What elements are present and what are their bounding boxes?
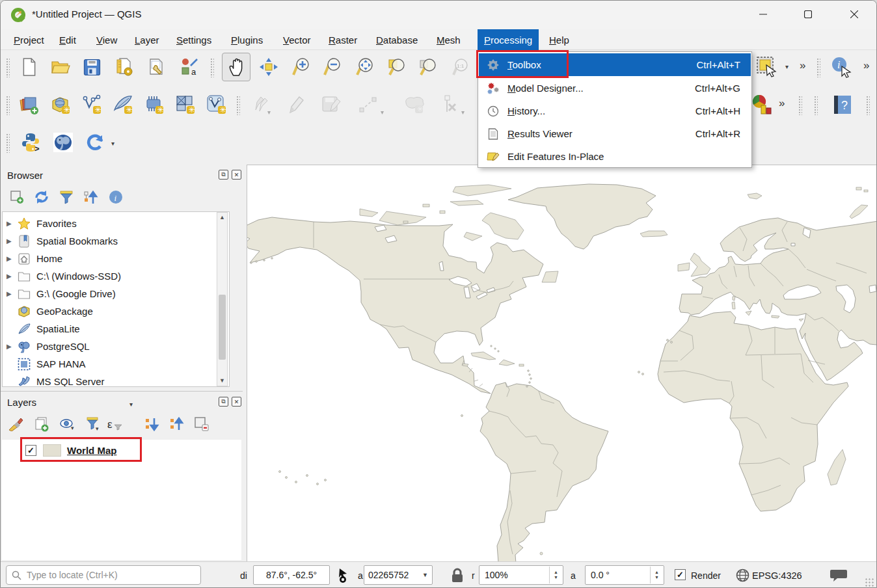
open-project-button[interactable] [46, 53, 75, 81]
layers-close-button[interactable]: ✕ [232, 397, 241, 407]
menu-item-results-viewer[interactable]: Results Viewer Ctrl+Alt+R [479, 122, 751, 145]
toolbar-overflow-chevron[interactable]: » [800, 59, 805, 72]
extents-toggle-icon[interactable] [334, 567, 350, 584]
rotation-spinbox[interactable]: 0.0 ° ▲▼ [585, 565, 664, 585]
browser-properties-button[interactable]: i [106, 188, 126, 206]
browser-float-button[interactable]: ⧉ [219, 170, 228, 180]
digitize-polygon-button[interactable]: ✳ [400, 90, 429, 119]
zoom-out-button[interactable] [318, 53, 347, 81]
browser-item-mssql[interactable]: MS SQL Server [3, 373, 229, 387]
vertex-tool-button[interactable]: ▾ [435, 90, 464, 119]
scrollbar-thumb[interactable] [219, 295, 226, 360]
browser-collapse-all-button[interactable] [81, 188, 101, 206]
layers-styling-button[interactable] [6, 415, 25, 433]
render-label[interactable]: Render [691, 570, 721, 581]
toolbar-grip[interactable] [210, 58, 214, 77]
menu-settings[interactable]: Settings [170, 29, 218, 50]
title-bar[interactable]: *Untitled Project — QGIS [1, 1, 876, 29]
minimize-button[interactable] [748, 1, 778, 28]
menu-layer[interactable]: Layer [128, 29, 166, 50]
close-button[interactable] [839, 1, 869, 28]
menu-raster[interactable]: Raster [322, 29, 364, 50]
new-geopackage-layer-button[interactable]: ✳ [46, 90, 75, 119]
refresh-dropdown-caret[interactable]: ▾ [111, 140, 115, 147]
layers-manage-themes-button[interactable]: ▾ [58, 415, 77, 433]
browser-item-sap-hana[interactable]: SAP HANA [3, 355, 229, 373]
expand-arrow-icon[interactable]: ▶ [7, 290, 13, 297]
toggle-editing-button[interactable] [282, 90, 310, 119]
browser-item-postgresql[interactable]: ▶ PostgreSQL [3, 338, 229, 355]
layer-name[interactable]: World Map [67, 445, 116, 456]
python-console-button[interactable]: > [16, 128, 45, 157]
style-manager-button[interactable]: a [175, 53, 204, 81]
browser-item-spatialite[interactable]: SpatiaLite [3, 320, 229, 338]
layers-expand-all-button[interactable] [142, 415, 162, 433]
select-features-button[interactable] [753, 53, 781, 81]
layers-filter-expression-button[interactable]: ε [107, 415, 126, 433]
refresh-map-button[interactable] [81, 128, 110, 157]
crs-globe-icon[interactable] [736, 568, 749, 582]
pan-to-selection-button[interactable] [254, 53, 283, 81]
render-checkbox[interactable]: ✓ [675, 569, 686, 580]
scroll-up-arrow[interactable]: ▲ [217, 213, 227, 222]
save-edits-button[interactable] [317, 90, 345, 119]
layer-row-world-map[interactable]: ✓ World Map [2, 440, 241, 461]
expand-arrow-icon[interactable]: ▶ [7, 273, 13, 280]
save-project-button[interactable] [77, 53, 106, 81]
zoom-to-selection-button[interactable] [382, 53, 411, 81]
browser-item-home[interactable]: ▶ Home [3, 250, 229, 267]
layers-collapse-all-button[interactable] [167, 415, 187, 433]
filter-expression-caret[interactable]: ▾ [129, 401, 133, 408]
expand-arrow-icon[interactable]: ▶ [7, 220, 13, 227]
identify-features-button[interactable]: i [827, 53, 856, 81]
zoom-full-button[interactable] [351, 53, 379, 81]
menu-item-model-designer[interactable]: Model Designer... Ctrl+Alt+G [479, 77, 751, 100]
expand-arrow-icon[interactable]: ▶ [7, 343, 13, 350]
new-virtual-layer-button[interactable]: ✳ [140, 90, 169, 119]
expand-arrow-icon[interactable]: ▶ [7, 255, 13, 262]
browser-filter-button[interactable] [57, 188, 76, 206]
toolbar-grip[interactable] [798, 96, 802, 115]
zoom-to-layer-button[interactable] [413, 53, 442, 81]
toolbar-grip[interactable] [814, 96, 818, 115]
layers-add-group-button[interactable] [32, 415, 51, 433]
spin-buttons[interactable]: ▲▼ [549, 567, 562, 583]
magnifier-spinbox[interactable]: 100% ▲▼ [479, 565, 563, 585]
layout-manager-button[interactable] [142, 53, 171, 81]
menu-mesh[interactable]: Mesh [430, 29, 467, 50]
zoom-in-button[interactable] [287, 53, 316, 81]
help-contents-button[interactable]: ? [828, 90, 857, 119]
toolbar-overflow-chevron[interactable]: » [863, 59, 869, 72]
zoom-native-button[interactable]: 1:1 [446, 53, 474, 81]
menu-item-history[interactable]: History... Ctrl+Alt+H [479, 100, 751, 122]
digitize-line-button[interactable]: ▾ [355, 90, 383, 119]
toolbar-grip[interactable] [6, 96, 10, 115]
menu-project[interactable]: Project [7, 29, 51, 50]
layers-remove-button[interactable] [192, 415, 211, 433]
browser-close-button[interactable]: ✕ [232, 170, 241, 180]
menu-item-edit-features-in-place[interactable]: Edit Features In-Place [479, 145, 751, 168]
new-project-button[interactable] [15, 53, 44, 81]
browser-item-favorites[interactable]: ▶ Favorites [3, 215, 229, 232]
postgis-button[interactable] [49, 128, 77, 157]
browser-item-geopackage[interactable]: GeoPackage [3, 302, 229, 320]
scroll-down-arrow[interactable]: ▼ [217, 376, 227, 386]
resize-grip[interactable] [865, 578, 874, 587]
browser-item-g-drive[interactable]: ▶ G:\ (Google Drive) [3, 285, 229, 302]
toolbar-grip[interactable] [866, 96, 870, 115]
browser-item-c-drive[interactable]: ▶ C:\ (Windows-SSD) [3, 267, 229, 285]
menu-vector[interactable]: Vector [277, 29, 317, 50]
menu-view[interactable]: View [90, 29, 124, 50]
menu-plugins[interactable]: Plugins [224, 29, 269, 50]
browser-add-layer-button[interactable] [7, 188, 27, 206]
toolbar-grip[interactable] [6, 133, 10, 153]
select-dropdown-caret[interactable]: ▾ [785, 63, 789, 70]
menu-help[interactable]: Help [543, 29, 576, 50]
current-edits-button[interactable]: ▾ [245, 90, 274, 119]
menu-database[interactable]: Database [370, 29, 424, 50]
new-mesh-layer-button[interactable]: ✳ [171, 90, 200, 119]
scale-dropdown-caret[interactable]: ▼ [422, 572, 428, 578]
new-gpx-layer-button[interactable]: ✳ [202, 90, 231, 119]
map-canvas[interactable] [247, 165, 877, 561]
toolbar-grip[interactable] [236, 96, 240, 115]
